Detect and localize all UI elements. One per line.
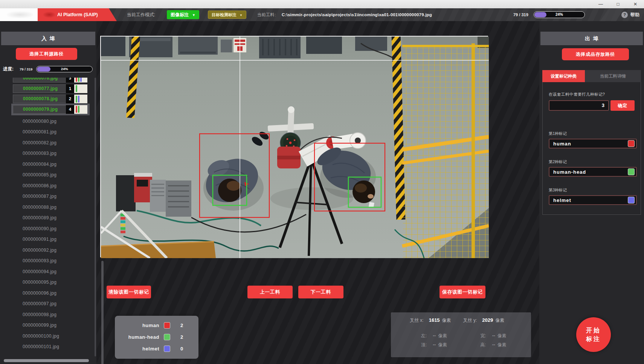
label-color-swatch[interactable] xyxy=(628,140,635,147)
brand-banner: AI Platform (SAIP) xyxy=(38,8,117,21)
file-item[interactable]: 00000000101.jpg xyxy=(0,341,94,352)
tab-set-label-types[interactable]: 设置标记种类 xyxy=(542,70,585,82)
label-name-input[interactable]: helmet xyxy=(549,195,637,205)
file-annotation-count: 2 xyxy=(66,95,74,103)
file-item-annotated[interactable]: 0000000078.jpg2 xyxy=(13,95,88,103)
unit-label: 像素 xyxy=(495,317,504,324)
file-item[interactable]: 0000000087.jpg xyxy=(0,191,94,202)
file-item[interactable]: 0000000082.jpg xyxy=(0,138,94,148)
progress-bar: 24% xyxy=(36,66,93,72)
unit-label: 像素 xyxy=(438,333,447,339)
file-item[interactable]: 0000000091.jpg xyxy=(0,234,94,245)
label-count-question: 在该套工料中需要打几种标记? xyxy=(549,92,635,97)
legend-label: human-head xyxy=(115,334,159,340)
start-annotation-line2: 标注 xyxy=(586,335,601,343)
file-item-annotated[interactable]: 0000000077.jpg1 xyxy=(13,84,88,93)
crosshair-x-value: 1615 xyxy=(429,317,440,323)
label-name-input[interactable]: human-head xyxy=(549,167,637,177)
legend-rows: human2human-head2helmet0 xyxy=(115,316,198,359)
start-annotation-button[interactable]: 开始 标注 xyxy=(576,317,611,352)
chevron-down-icon: ▼ xyxy=(240,14,243,17)
brand-logo-icon xyxy=(43,12,56,18)
file-item[interactable]: 0000000083.jpg xyxy=(0,148,94,159)
label-color-swatch[interactable] xyxy=(628,168,635,175)
file-item[interactable]: 0000000081.jpg xyxy=(0,127,94,138)
file-item[interactable]: 0000000096.jpg xyxy=(0,288,94,299)
file-item[interactable]: 0000000093.jpg xyxy=(0,255,94,266)
label-count-input[interactable]: 3 xyxy=(549,100,609,111)
crosshair-x-label: 叉丝 x: xyxy=(410,317,424,324)
file-item[interactable]: 0000000097.jpg xyxy=(0,298,94,309)
top-value: -- xyxy=(433,342,436,347)
input-panel-title: 入埠 xyxy=(1,32,95,45)
file-item[interactable]: 0000000095.jpg xyxy=(0,277,94,288)
clear-annotations-button[interactable]: 清除该图一切标记 xyxy=(107,286,151,298)
file-name: 0000000078.jpg xyxy=(13,95,66,103)
start-annotation-line1: 开始 xyxy=(586,326,601,335)
label-settings-panel: 在该套工料中需要打几种标记? 3 确定 第1种标记human第2种标记human… xyxy=(542,82,641,215)
file-name: 0000000079.jpg xyxy=(13,105,66,114)
file-name: 0000000076.jpg xyxy=(13,78,66,83)
label-color-swatch[interactable] xyxy=(628,197,635,203)
file-item[interactable]: 00000000100.jpg xyxy=(0,331,94,342)
output-panel: 出埠 选择成品存放路径 设置标记种类 当前工料详情 在该套工料中需要打几种标记?… xyxy=(539,21,644,364)
unit-label: 像素 xyxy=(497,333,507,339)
crosshair-readout: 叉丝 x: 1615 像素 叉丝 y: 2029 像素 xyxy=(391,312,531,324)
work-area: 清除该图一切标记 上一工料 下一工料 保存该图一切标记 human2human-… xyxy=(96,21,539,364)
previous-file-button[interactable]: 上一工料 xyxy=(247,286,293,298)
select-source-path-button[interactable]: 选择工料源路径 xyxy=(16,48,77,60)
left-label: 左: xyxy=(421,333,427,339)
file-item[interactable]: 0000000085.jpg xyxy=(0,170,94,180)
legend-row: helmet0 xyxy=(115,343,198,355)
file-color-indicator xyxy=(74,95,87,103)
next-file-button[interactable]: 下一工料 xyxy=(298,286,343,298)
legend-color-swatch xyxy=(164,346,170,352)
minimize-icon[interactable]: — xyxy=(592,0,609,8)
legend-color-swatch xyxy=(164,322,170,329)
mode-image-annotation-label: 图像标注 xyxy=(171,12,189,17)
file-item[interactable]: 0000000090.jpg xyxy=(0,223,94,234)
mode-dropdown-object-detection[interactable]: 目标检测标注▼ xyxy=(208,11,246,19)
file-item[interactable]: 0000000089.jpg xyxy=(0,213,94,223)
legend-count: 0 xyxy=(180,346,183,352)
window-titlebar: — □ ✕ xyxy=(0,0,644,8)
label-type-title: 第1种标记 xyxy=(549,131,635,136)
vertical-scrollbar[interactable] xyxy=(95,78,96,356)
file-annotation-count: 1 xyxy=(66,84,74,93)
app-window: — □ ✕ AI Platform (SAIP) 当前工作模式: 图像标注▼ 目… xyxy=(0,0,644,364)
horizontal-scrollbar[interactable] xyxy=(4,359,89,362)
label-name-input[interactable]: human xyxy=(549,139,637,148)
confirm-button[interactable]: 确定 xyxy=(610,100,635,111)
file-item-current[interactable]: 0000000079.jpg4 xyxy=(13,105,88,114)
save-annotations-button[interactable]: 保存该图一切标记 xyxy=(440,286,485,298)
file-item[interactable]: 0000000098.jpg xyxy=(0,309,94,320)
file-item[interactable]: 0000000086.jpg xyxy=(0,180,94,191)
file-color-indicator xyxy=(74,78,87,83)
tab-current-file-details[interactable]: 当前工料详情 xyxy=(585,70,641,82)
width-label: 宽: xyxy=(480,333,486,339)
file-item[interactable]: 0000000088.jpg xyxy=(0,202,94,213)
canvas-vertical-scrollbar[interactable] xyxy=(101,261,104,364)
mode-dropdown-image-annotation[interactable]: 图像标注▼ xyxy=(167,10,199,19)
progress-percent: 24% xyxy=(37,66,92,72)
file-name: 0000000077.jpg xyxy=(13,84,66,93)
file-item[interactable]: 0000000094.jpg xyxy=(0,266,94,277)
maximize-icon[interactable]: □ xyxy=(609,0,627,8)
app-logo xyxy=(0,8,40,21)
close-icon[interactable]: ✕ xyxy=(627,0,644,8)
current-file-label: 当前工料: xyxy=(257,8,276,21)
help-button[interactable]: ? 帮助 xyxy=(621,8,639,21)
file-item[interactable]: 0000000099.jpg xyxy=(0,320,94,331)
annotation-canvas[interactable] xyxy=(100,36,488,257)
file-item[interactable]: 0000000084.jpg xyxy=(0,159,94,170)
file-item[interactable]: 0000000092.jpg xyxy=(0,245,94,256)
legend-row: human2 xyxy=(115,320,198,331)
label-type-title: 第3种标记 xyxy=(549,188,635,193)
progress-label: 进度: xyxy=(3,66,14,72)
file-item-annotated[interactable]: 0000000076.jpg3 xyxy=(13,78,88,83)
select-output-path-button[interactable]: 选择成品存放路径 xyxy=(562,48,629,60)
file-item[interactable]: 0000000080.jpg xyxy=(0,116,94,127)
legend-label: human xyxy=(115,323,159,328)
output-tabs: 设置标记种类 当前工料详情 xyxy=(542,70,641,82)
legend-color-swatch xyxy=(164,334,170,340)
